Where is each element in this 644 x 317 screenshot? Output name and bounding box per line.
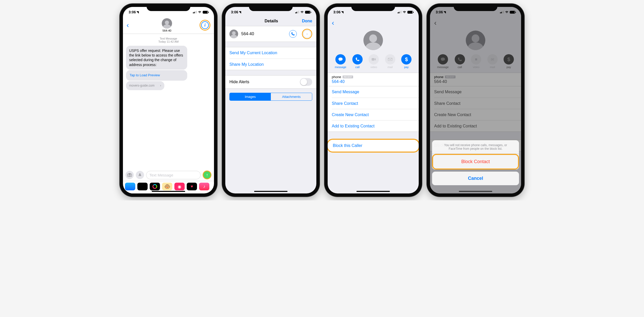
phone-frame-1: 3:06◥ ‹ 564-40 i Text Message Today 11:4… xyxy=(120,4,217,197)
share-location-button[interactable]: Share My Location xyxy=(229,59,316,70)
send-message-button[interactable]: Send Message xyxy=(328,86,419,98)
status-time: 3:06 xyxy=(333,10,341,14)
contact-avatar-icon xyxy=(363,31,383,50)
contact-avatar-icon xyxy=(466,31,485,50)
link-domain-bubble[interactable]: movers-guide.com› xyxy=(126,81,164,90)
recent-badge: RECENT xyxy=(343,76,353,78)
contact-actions-row: message call ■video ✉mail $pay xyxy=(430,54,521,73)
message-text-input[interactable]: Text Message xyxy=(146,171,201,179)
battery-icon xyxy=(407,11,413,14)
home-indicator[interactable] xyxy=(356,191,390,192)
svg-point-1 xyxy=(129,174,130,176)
heart-tray-icon[interactable]: ♥ xyxy=(187,183,197,190)
share-contact-button: Share Contact xyxy=(434,98,521,109)
battery-icon xyxy=(510,11,515,14)
call-icon xyxy=(455,54,465,64)
app-store-icon[interactable] xyxy=(136,171,144,179)
message-thread[interactable]: Text Message Today 11:42 AM USPS offer r… xyxy=(123,34,214,169)
digital-touch-tray-icon[interactable]: ◉ xyxy=(174,183,185,190)
svg-rect-4 xyxy=(388,58,392,61)
add-existing-contact-button: Add to Existing Contact xyxy=(434,120,521,132)
status-time: 3:06 xyxy=(129,10,136,14)
cellular-signal-icon xyxy=(500,11,504,13)
video-icon: ■ xyxy=(471,54,481,64)
location-services-icon: ◥ xyxy=(444,11,446,14)
location-services-icon: ◥ xyxy=(137,11,139,14)
hide-alerts-row: Hide Alerts xyxy=(225,76,316,88)
chevron-right-icon: › xyxy=(160,84,161,88)
contact-avatar-icon xyxy=(162,18,172,29)
attachments-segment[interactable]: Attachments xyxy=(271,93,312,100)
notch xyxy=(454,4,497,11)
notch xyxy=(147,4,190,11)
pay-action[interactable]: $pay xyxy=(401,54,412,69)
cellular-signal-icon xyxy=(398,11,401,13)
send-button[interactable]: ↑ xyxy=(203,171,211,179)
contact-avatar-icon xyxy=(229,30,238,38)
wifi-icon xyxy=(505,11,509,14)
phone-frame-4: 3:06◥ ‹ message call ■video ✉mail $pay p… xyxy=(427,4,524,197)
home-indicator[interactable] xyxy=(152,191,185,192)
battery-icon xyxy=(203,11,208,14)
phone-label: phone xyxy=(332,75,341,79)
block-contact-button[interactable]: Block Contact xyxy=(433,155,518,169)
phone-number: 564-40 xyxy=(332,79,415,84)
contact-number: 564-40 xyxy=(134,29,200,32)
phone-frame-3: 3:06◥ ‹ message call video mail $pay pho… xyxy=(325,4,422,197)
done-button[interactable]: Done xyxy=(302,19,312,23)
wifi-icon xyxy=(402,11,406,14)
info-button-highlight: i xyxy=(200,20,210,31)
send-message-button: Send Message xyxy=(430,86,521,98)
message-timestamp: Text Message Today 11:42 AM xyxy=(126,37,211,43)
hide-alerts-toggle[interactable] xyxy=(300,78,312,86)
notch xyxy=(351,4,395,11)
video-action: video xyxy=(369,54,379,69)
info-button[interactable]: i xyxy=(201,21,209,29)
navigation-bar: Details Done xyxy=(225,17,316,26)
cancel-button[interactable]: Cancel xyxy=(432,172,519,185)
chevron-highlight: › xyxy=(302,29,312,39)
mail-icon xyxy=(385,54,395,64)
message-action[interactable]: message xyxy=(335,54,346,69)
create-contact-button[interactable]: Create New Contact xyxy=(332,109,419,120)
create-contact-button: Create New Contact xyxy=(434,109,521,120)
home-indicator[interactable] xyxy=(254,191,288,192)
contact-row[interactable]: 564-40 › xyxy=(225,26,316,42)
mail-icon: ✉ xyxy=(487,54,498,64)
call-action[interactable]: call xyxy=(352,54,363,69)
music-tray-icon[interactable]: ♪ xyxy=(199,183,209,190)
camera-icon[interactable] xyxy=(126,171,134,179)
svg-rect-3 xyxy=(372,58,374,61)
link-preview-button[interactable]: Tap to Load Preview xyxy=(126,70,187,81)
block-contact-highlight: Block Contact xyxy=(432,154,519,170)
message-bubble[interactable]: USPS offer request: Please use the link … xyxy=(126,46,187,70)
phone-field[interactable]: phoneRECENT 564-40 xyxy=(328,73,419,86)
app-store-tray-icon[interactable] xyxy=(125,183,135,190)
cellular-signal-icon xyxy=(193,11,197,13)
location-services-icon: ◥ xyxy=(341,11,343,14)
wifi-icon xyxy=(198,11,202,14)
back-button[interactable]: ‹ xyxy=(332,19,339,27)
message-icon xyxy=(438,54,448,64)
send-location-button[interactable]: Send My Current Location xyxy=(225,47,316,59)
add-existing-contact-button[interactable]: Add to Existing Contact xyxy=(332,120,419,132)
apple-pay-tray-icon[interactable] xyxy=(137,183,148,190)
phone-field: phoneRECENT 564-40 xyxy=(430,73,521,86)
contact-header xyxy=(430,29,521,54)
contact-header[interactable]: 564-40 xyxy=(134,18,200,32)
battery-icon xyxy=(305,11,311,14)
navigation-bar: ‹ 564-40 i xyxy=(123,17,214,34)
animoji-tray-icon[interactable]: 🐵 xyxy=(162,183,172,190)
details-chevron-button[interactable]: › xyxy=(303,30,311,38)
status-time: 3:06 xyxy=(436,10,443,14)
back-button: ‹ xyxy=(434,19,442,27)
block-caller-button[interactable]: Block this Caller xyxy=(328,140,419,152)
call-button[interactable] xyxy=(289,30,297,38)
activity-tray-icon[interactable] xyxy=(150,183,160,190)
share-contact-button[interactable]: Share Contact xyxy=(332,98,419,109)
action-sheet: You will not receive phone calls, messag… xyxy=(432,140,519,193)
back-button[interactable]: ‹ xyxy=(127,21,134,29)
images-segment[interactable]: Images xyxy=(230,93,271,100)
pay-icon: $ xyxy=(504,54,514,64)
segmented-control: Images Attachments xyxy=(229,93,312,101)
